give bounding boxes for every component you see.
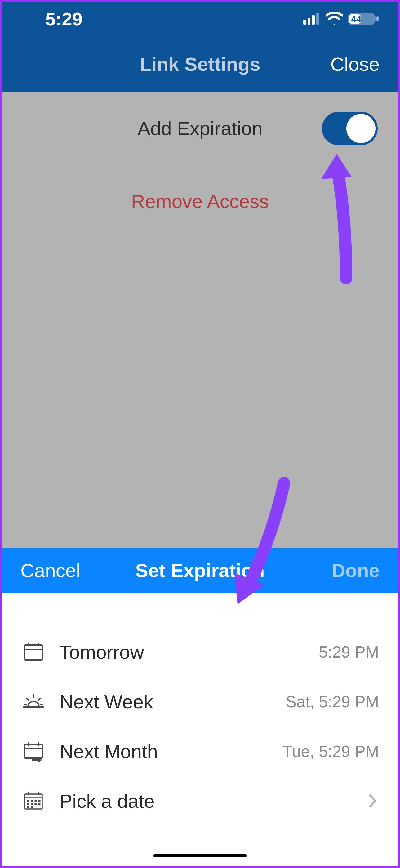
close-button[interactable]: Close [330, 53, 379, 75]
chevron-right-icon [367, 794, 379, 808]
sheet-title: Set Expiration [135, 559, 265, 582]
option-label: Pick a date [60, 790, 367, 812]
page-title: Link Settings [139, 53, 260, 75]
calendar-grid-icon [21, 788, 46, 813]
cellular-icon [303, 12, 321, 26]
svg-point-26 [28, 800, 29, 802]
status-icons: 44 [303, 11, 379, 26]
svg-point-28 [35, 800, 36, 802]
svg-rect-3 [316, 13, 319, 25]
option-subtext: Sat, 5:29 PM [286, 692, 379, 711]
svg-line-14 [38, 698, 41, 700]
add-expiration-toggle[interactable] [322, 112, 378, 145]
spacer [2, 238, 398, 548]
svg-point-34 [28, 807, 29, 808]
home-indicator[interactable] [154, 854, 246, 858]
svg-point-31 [31, 803, 33, 805]
option-pick-date[interactable]: Pick a date [2, 776, 398, 826]
battery-level: 44 [351, 14, 361, 25]
svg-line-13 [26, 698, 29, 700]
add-expiration-row[interactable]: Add Expiration [2, 92, 398, 165]
option-label: Next Month [60, 740, 283, 763]
toggle-knob [346, 114, 375, 143]
wifi-icon [326, 12, 343, 26]
option-tomorrow[interactable]: Tomorrow 5:29 PM [2, 627, 398, 677]
svg-point-35 [31, 807, 33, 808]
done-button[interactable]: Done [331, 559, 379, 582]
option-next-week[interactable]: Next Week Sat, 5:29 PM [2, 677, 398, 726]
svg-rect-1 [308, 18, 310, 25]
remove-access-label: Remove Access [131, 190, 269, 212]
svg-rect-0 [303, 20, 306, 25]
svg-point-32 [35, 803, 36, 805]
option-label: Next Week [60, 691, 286, 713]
svg-point-33 [39, 803, 40, 805]
status-bar: 5:29 44 [2, 2, 398, 36]
sheet-header: Cancel Set Expiration Done [2, 548, 398, 593]
calendar-icon [21, 640, 46, 664]
svg-point-30 [28, 803, 29, 805]
battery-icon: 44 [347, 11, 379, 26]
svg-rect-6 [376, 17, 378, 22]
remove-access-row[interactable]: Remove Access [2, 165, 398, 238]
sheet-body: Tomorrow 5:29 PM Next Week Sat, 5:29 PM … [2, 593, 398, 866]
svg-rect-2 [312, 15, 315, 25]
status-time: 5:29 [45, 8, 82, 30]
content-area: Add Expiration Remove Access [2, 92, 398, 238]
option-next-month[interactable]: Next Month Tue, 5:29 PM [2, 726, 398, 776]
svg-point-27 [31, 800, 33, 802]
calendar-arrow-icon [21, 739, 46, 764]
option-subtext: 5:29 PM [319, 643, 379, 661]
nav-bar: Link Settings Close [2, 36, 398, 92]
svg-rect-17 [25, 744, 42, 758]
svg-point-29 [39, 800, 40, 802]
cancel-button[interactable]: Cancel [21, 559, 80, 582]
option-subtext: Tue, 5:29 PM [283, 742, 379, 761]
option-label: Tomorrow [60, 641, 319, 663]
svg-rect-7 [25, 645, 42, 660]
add-expiration-label: Add Expiration [137, 117, 262, 140]
sunrise-icon [21, 689, 46, 714]
